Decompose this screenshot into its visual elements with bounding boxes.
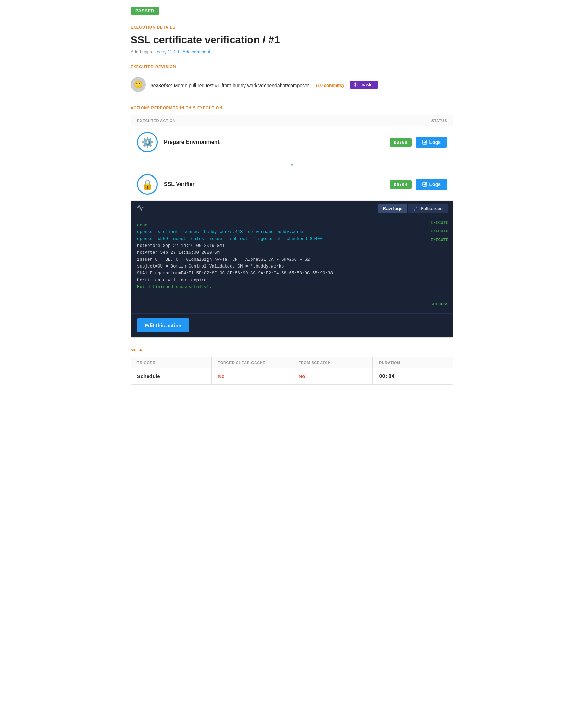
svg-line-5 <box>416 207 417 209</box>
avatar: 🙂 <box>131 77 146 92</box>
log-line: Certificate will not expire <box>137 277 419 284</box>
meta-value-from-scratch: No <box>292 368 373 384</box>
commits-link[interactable]: (10 commits) <box>316 83 344 88</box>
log-line: notBefore=Sep 27 14:16:00 2019 GMT <box>137 242 419 249</box>
meta-header-clear-cache: FORCED CLEAR-CACHE <box>212 357 292 368</box>
passed-badge: PASSED <box>131 7 159 15</box>
log-line: SHA1 Fingerprint=F4:E1:5F:82:8F:0C:8E:56… <box>137 270 419 277</box>
svg-point-0 <box>355 83 356 84</box>
action-time-prepare-environment: 00:00 <box>390 138 411 147</box>
log-panel: Raw logs Fullscreen echo openssl <box>131 201 453 337</box>
edit-action-button[interactable]: Edit this action <box>137 318 189 332</box>
meta-value-duration: 00:04 <box>373 368 453 384</box>
action-name-prepare-environment: Prepare Environment <box>164 139 390 145</box>
log-line: openssl x509 -noout -dates -issuer -subj… <box>137 236 419 242</box>
action-icon-ssl-verifier: 🔒 <box>137 174 158 195</box>
table-header-action: EXECUTED ACTION <box>137 118 176 123</box>
meta-header-duration: DURATION <box>373 357 453 368</box>
sidebar-execute-3[interactable]: EXECUTE <box>431 237 448 243</box>
logs-button-ssl-verifier[interactable]: Logs <box>416 179 447 190</box>
sidebar-success: SUCCESS <box>431 301 449 307</box>
table-header-status: STATUS <box>431 118 447 123</box>
meta-label: META <box>131 348 453 352</box>
chevron-down-icon: ⌄ <box>131 158 453 169</box>
timestamp-link[interactable]: Today 12:30 <box>155 49 179 54</box>
actions-performed-label: ACTIONS PERFORMED IN THIS EXECUTION <box>131 106 453 110</box>
table-row: ⚙️ Prepare Environment 00:00 Logs <box>131 126 453 158</box>
logs-button-prepare-environment[interactable]: Logs <box>416 137 447 148</box>
action-name-ssl-verifier: SSL Verifier <box>164 181 390 187</box>
meta-header-trigger: TRIGGER <box>131 357 212 368</box>
branch-badge[interactable]: master <box>350 81 378 89</box>
action-time-ssl-verifier: 00:04 <box>390 180 411 189</box>
log-line: openssl s_client -connect buddy.works:44… <box>137 229 419 236</box>
log-line: issuer=C = BE, O = GlobalSign nv-sa, CN … <box>137 256 419 263</box>
add-comment-link[interactable]: Add comment <box>183 49 210 54</box>
log-line: echo <box>137 222 419 229</box>
commit-hash: #e38ef3e: <box>150 82 172 88</box>
execution-details-label: EXECUTION DETAILS <box>131 25 453 29</box>
executed-revision-label: EXECUTED REVISION <box>131 65 453 69</box>
svg-line-6 <box>414 209 415 211</box>
action-icon-prepare-environment: ⚙️ <box>137 132 158 152</box>
table-row: 🔒 SSL Verifier 00:04 Logs <box>131 169 453 201</box>
log-line: subject=OU = Domain Control Validated, C… <box>137 263 419 270</box>
sidebar-execute-1[interactable]: EXECUTE <box>431 220 448 226</box>
meta-header-from-scratch: FROM SCRATCH <box>292 357 373 368</box>
page-title: SSL certificate verification / #1 <box>131 34 453 46</box>
log-line: Build finished successfully!. <box>137 284 419 291</box>
sidebar-execute-2[interactable]: EXECUTE <box>431 228 448 234</box>
author-name: Ada Luppa, <box>131 49 154 54</box>
commit-message: Merge pull request #1 from buddy-works/d… <box>174 82 313 88</box>
meta-value-clear-cache: No <box>212 368 292 384</box>
raw-logs-button[interactable]: Raw logs <box>378 204 407 213</box>
fullscreen-button[interactable]: Fullscreen <box>408 204 448 213</box>
monitor-icon <box>136 204 144 213</box>
svg-point-1 <box>355 85 356 87</box>
log-line: notAfter=Sep 27 14:16:00 2020 GMT <box>137 249 419 256</box>
meta-value-trigger: Schedule <box>131 368 212 384</box>
